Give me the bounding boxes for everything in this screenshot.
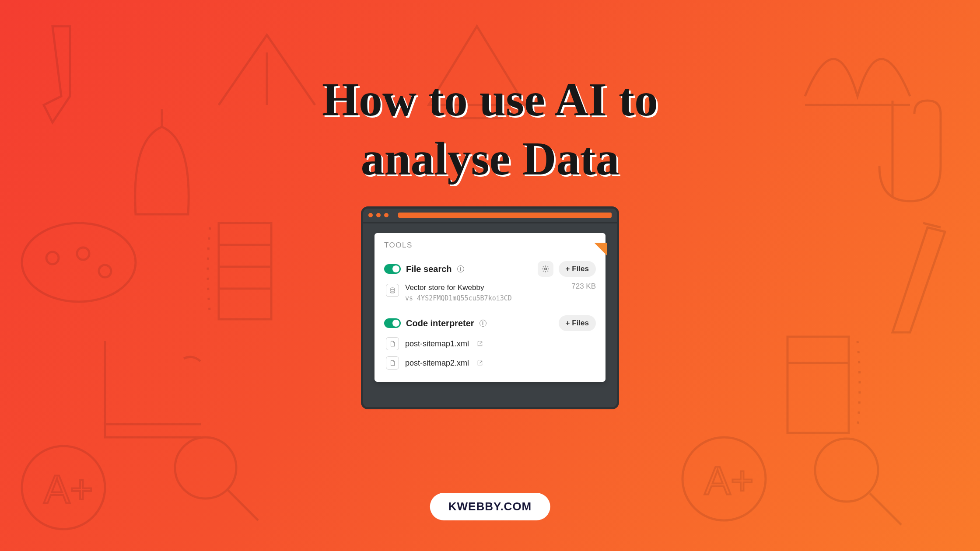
svg-point-10 [544,268,546,270]
vector-store-id: vs_4YS2FMQD1mQ55cu5B7koi3CD [405,293,565,303]
vector-store-size: 723 KB [571,282,596,291]
code-interpreter-row: Code interpreter i + Files [384,315,596,331]
code-interpreter-toggle[interactable] [384,318,401,328]
svg-point-6 [175,437,236,499]
window-dot [384,213,388,217]
svg-point-2 [77,248,89,260]
title-line-2: analyse Data [361,133,620,185]
file-search-label: File search [406,264,452,274]
vector-store-text: Vector store for Kwebby vs_4YS2FMQD1mQ55… [405,282,565,303]
file-search-toggle[interactable] [384,264,401,274]
info-icon[interactable]: i [457,265,464,272]
panel-corner-tag [594,243,607,256]
file-search-add-files-button[interactable]: + Files [559,261,596,277]
gear-icon [542,265,550,273]
svg-point-11 [390,288,395,289]
vector-store-row[interactable]: Vector store for Kwebby vs_4YS2FMQD1mQ55… [386,282,596,303]
svg-point-3 [99,265,111,277]
info-icon[interactable]: i [480,320,486,327]
address-bar [398,213,612,218]
external-link-icon [477,360,483,366]
svg-point-1 [46,252,59,264]
brand-badge: KWEBBY.COM [430,493,550,520]
svg-point-4 [22,446,105,529]
vector-store-name: Vector store for Kwebby [405,282,565,293]
database-icon [386,284,399,297]
svg-point-7 [682,437,766,520]
browser-window: TOOLS File search i + Files Vec [361,206,619,409]
brand-text: KWEBBY.COM [448,500,532,513]
file-row[interactable]: post-sitemap1.xml [386,337,596,350]
add-files-label: + Files [566,319,589,328]
svg-text:A+: A+ [44,467,93,511]
browser-title-bar [363,209,617,223]
file-icon [386,356,399,370]
panel-header: TOOLS [384,241,596,250]
page-title: How to use AI to analyse Data [184,70,796,188]
file-search-settings-button[interactable] [538,261,553,277]
title-line-1: How to use AI to [322,73,658,126]
svg-point-0 [22,223,136,302]
file-icon [386,337,399,350]
tools-panel: TOOLS File search i + Files Vec [374,233,606,382]
file-name: post-sitemap1.xml [405,339,469,349]
external-link-icon [477,341,483,347]
window-dot [376,213,381,217]
browser-body: TOOLS File search i + Files Vec [363,223,617,407]
code-interpreter-label: Code interpreter [406,318,474,328]
svg-point-9 [815,439,878,502]
svg-text:A+: A+ [704,459,754,502]
code-interpreter-add-files-button[interactable]: + Files [559,315,596,331]
window-dot [368,213,373,217]
file-name: post-sitemap2.xml [405,359,469,368]
add-files-label: + Files [566,265,589,273]
file-search-row: File search i + Files [384,261,596,277]
file-row[interactable]: post-sitemap2.xml [386,356,596,370]
